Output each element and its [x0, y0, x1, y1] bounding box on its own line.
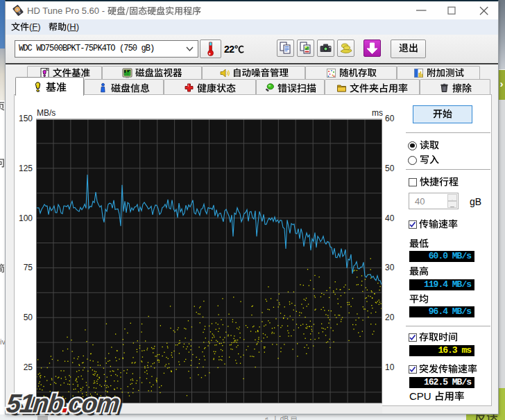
- svg-text:51nb.com: 51nb.com: [5, 389, 121, 418]
